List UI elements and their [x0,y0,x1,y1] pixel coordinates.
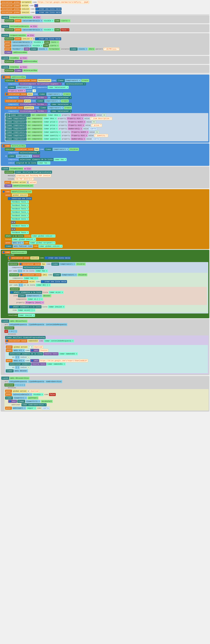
obtener-chip-1: Obtener [42,294,51,297]
uri-row-2: uri códigoDeRespuesta tipoDeRespuesta no… [4,380,209,383]
set-desc-hint-row: llamar CompCreator1 Set componente tomar… [5,117,208,120]
in-label-1: in [62,83,65,85]
web1-obtener-chip: Web1 Obtener [14,369,28,372]
create-chip-2: Create [63,93,71,96]
tomar-nameandsi-2: tomar nameAndSi ▾ [47,362,66,366]
init-invlist-local-row: 🔵 inicializar local invList como 🔵 crear… [8,256,208,260]
deletelastrow-component-row: componente valInvoiceContent ▾ [8,151,208,154]
ejecutar-chip-11: ejecutar [10,288,20,290]
value-label-5: value [85,124,91,126]
ejecutar-chip-row-2: ejecutar = [ ] [ ] [4,384,209,386]
property-widthpct: Property WidthPercent ▾ [71,114,96,117]
btsubmitdata-title: título CSS PDF Generator [7,178,209,180]
como-label-6: como [33,93,38,95]
ejecutar-chip-12: ejecutar [4,326,14,330]
webviewer-nombre-row: webViewer tomar nombreDeArchivo ▾ [11,403,208,406]
item-elist-row: item tomar eList[ ] ▾ [12,309,207,312]
property-numbersonly-2: NumbersOnly ▾ [71,138,86,140]
set-chip-7: Set componente [27,134,43,137]
init-quantity-row: inicializar local quantity como llamar C… [5,106,208,109]
set-chip-3: Set componente [27,120,43,124]
lista1-label: lista1 [24,235,31,237]
en-label-3: en [8,260,10,262]
makefullinvoicelist-name: makeFullInvoiceList [11,190,32,193]
set-chip-8: Set componente [27,138,43,140]
item-label-2: item [12,310,17,311]
addinvoicerow-chip-1: addInvoiceRow [12,51,27,54]
en-block-1: ejecutar 🔵 inicializar local has como ll… [8,262,208,314]
set-quantity-numbers-row: llamar CompCreator1 Set componente tomar… [5,138,208,140]
create-list-btn-5[interactable]: 🔵 crear una lista vacía [41,280,67,283]
clic-chip-6: ▶ Clic [24,167,32,170]
poner-chip-14: poner [5,393,12,396]
cierto-chip-2: cierto ▾ [49,44,59,47]
web1-pub-chip: Web1 Publicar todo [13,245,33,248]
deletelastrow-function: 🔵 como deleteLastRow ejecutar inicializa… [1,144,209,166]
visible-chip-3: Visible ▾ [33,41,44,44]
collist-var: colList [21,8,30,10]
elist-var: eList [28,280,35,283]
select-elem-row-1: seleccionar elemento de la lista recorta… [9,352,207,355]
componente-el-row: componente tomar el.[ ] ▾ [16,298,206,301]
poner-webviewer1-row: poner WebViewer1 ▾ seguir ▾ como cierto [5,407,208,410]
quantity-var: quantity [24,106,34,109]
en-chip-1: en [5,114,9,117]
entonces-block-1: llamar Notifier1 DismissProgressDialog 🔵… [4,336,209,374]
llamar-chip-8: llamar [38,93,46,96]
web1-url-2: Web1 Url ▾ [13,349,25,352]
btaddrow-event: cuando btAddRow ▶ Clic ejecutar Llamar a… [1,56,209,64]
create-list-btn-4[interactable]: 🔵 crear una lista vacía [44,256,71,260]
dots-2: ● ● [11,228,16,231]
btaddrow-exec: ejecutar Llamar addInvoiceRow [4,60,209,63]
visible-component-1: VisibleComponent HorizontalArrangement ▾ [19,82,62,86]
anadir-elist-row: 🔵 añadir elementos a la lista lista toma… [10,291,206,294]
btdelrow-header: cuando btDelRow ▶ Clic [1,66,209,68]
when-chip-4: cuando [1,56,9,60]
property-label-2: property [57,118,66,120]
property-label-3: property [58,121,67,123]
property-hint-1: Property Hint ▾ [67,117,84,120]
value-label-8: value [88,135,94,136]
quantity-component-row: componente VisibleComponent TextBox ▾ in… [8,110,208,113]
como-label-8: como [34,107,39,109]
has-var-2: has [41,262,46,266]
llamar-chip-17: llamar CompCreator1 [5,134,26,137]
viewerctrl-chip: ViewerCtrl ▾ [13,396,27,400]
init-scripturl-row: inicializar global scriptUrl como https:… [1,1,209,4]
como-label-5: como [52,80,56,82]
tomar-quantity-3: tomar quantity ▾ [43,138,61,140]
scripturl-value: https://script.google.com/macros/s/AKfyc… [37,1,89,4]
addinvoicerow-name: addInvoiceRow [11,76,26,79]
tomar-nameandsi: tomar nameAndSI ▾ [59,352,78,355]
entonces-label: entonces [7,333,16,335]
tomar-invlist-chip: tomar global invList ▾ [12,238,36,241]
tomar-scripturl: tomar global scriptUrl ▾ [29,241,55,244]
tacustomerdetails-3: taCustomerDetails ▾ [11,41,33,44]
addinvoicerow-exec-header: ejecutar 🔵 inicializar local hasContaine… [5,79,208,82]
getabspath-chip: GetAbsPath [41,400,53,403]
llamar-chip-2: llamar [70,48,78,50]
dot-row-2: ● ● [11,228,208,231]
global-invlist-1: global invList [12,194,28,197]
web1-gotfile-event: cuando Web1 ObtuvоArchivo uri códigoDeRe… [1,376,209,412]
llamar-web1-obtener-row: llamar Web1 Obtener [6,369,207,372]
webviewer-label: webViewer [11,404,21,406]
contenido-respuesta: contenidoDeRespuesta [45,323,67,326]
unir-chip-3: 🔵 unir [8,400,17,403]
textbox7-1: TextBox7 ▾ [11,48,23,50]
addinvoicerow-component-row: componente VisibleComponent HorizontalAr… [8,82,208,86]
poner-chip-7: poner [4,181,11,184]
in-label-4: in [48,110,50,112]
upload-val: upload [29,181,37,184]
componente-label-9: componente [16,298,27,300]
create-list-btn-3[interactable]: 🔵 crear una lista vacía [35,37,61,40]
como-label-14: como [36,281,40,283]
create-list-btn-1[interactable]: 🔵 crear una lista vacía [35,8,62,10]
create-list-btn-2[interactable]: 🔵 crear una lista vacía [35,11,62,14]
nameidsi-var: nameAndId [27,339,38,342]
set-label-1: Set componente [32,86,47,88]
value-neg2-1: -2 [32,89,36,92]
ejecutar-chip-5: ejecutar [4,69,14,72]
visible-chip-5: Visible ▾ [33,393,43,396]
property-label-5: property [58,128,67,130]
